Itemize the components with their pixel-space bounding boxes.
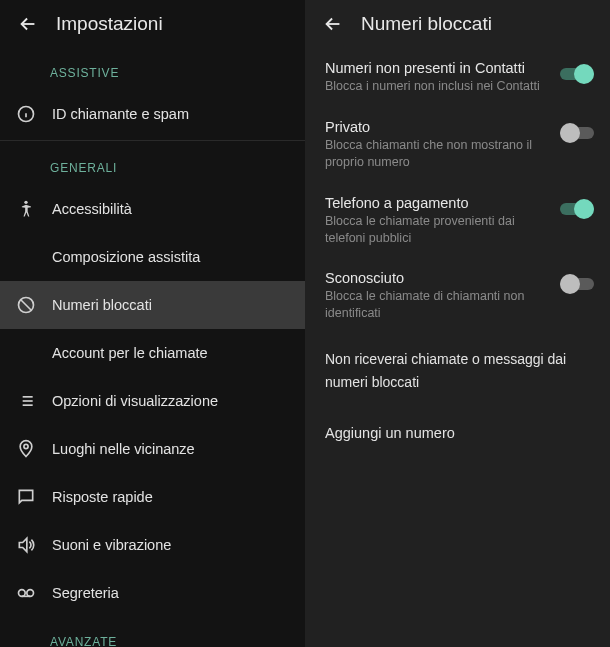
section-avanzate: AVANZATE [0, 617, 305, 647]
toggle-not-in-contacts[interactable]: Numeri non presenti in Contatti Blocca i… [305, 48, 610, 107]
item-label: Risposte rapide [52, 489, 153, 505]
item-voicemail[interactable]: Segreteria [0, 569, 305, 617]
blocked-info-text: Non riceverai chiamate o messaggi dai nu… [305, 334, 610, 407]
item-assisted-dialing[interactable]: Composizione assistita [0, 233, 305, 281]
add-number-action[interactable]: Aggiungi un numero [305, 407, 610, 459]
toggle-text: Telefono a pagamento Blocca le chiamate … [325, 195, 560, 247]
toggle-subtitle: Blocca i numeri non inclusi nei Contatti [325, 78, 550, 95]
toggle-title: Telefono a pagamento [325, 195, 550, 211]
toggle-title: Sconosciuto [325, 270, 550, 286]
item-display-options[interactable]: Opzioni di visualizzazione [0, 377, 305, 425]
switch-not-in-contacts[interactable] [560, 64, 594, 84]
blocked-header: Numeri bloccati [305, 0, 610, 48]
arrow-back-icon [322, 13, 344, 35]
toggle-subtitle: Blocca le chiamate di chiamanti non iden… [325, 288, 550, 322]
arrow-back-icon [17, 13, 39, 35]
settings-panel: Impostazioni ASSISTIVE ID chiamante e sp… [0, 0, 305, 647]
item-calling-accounts[interactable]: Account per le chiamate [0, 329, 305, 377]
accessibility-icon [14, 197, 38, 221]
voicemail-icon [14, 581, 38, 605]
switch-payphone[interactable] [560, 199, 594, 219]
section-assistive: ASSISTIVE [0, 48, 305, 90]
toggle-text: Sconosciuto Blocca le chiamate di chiama… [325, 270, 560, 322]
blocked-numbers-panel: Numeri bloccati Numeri non presenti in C… [305, 0, 610, 647]
empty-icon [14, 341, 38, 365]
toggle-subtitle: Blocca le chiamate provenienti dai telef… [325, 213, 550, 247]
item-accessibility[interactable]: Accessibilità [0, 185, 305, 233]
item-label: Luoghi nelle vicinanze [52, 441, 195, 457]
item-label: Accessibilità [52, 201, 132, 217]
section-generali: GENERALI [0, 143, 305, 185]
item-blocked-numbers[interactable]: Numeri bloccati [0, 281, 305, 329]
svg-point-12 [24, 444, 28, 448]
info-icon [14, 102, 38, 126]
toggle-text: Privato Blocca chiamanti che non mostran… [325, 119, 560, 171]
item-caller-id-spam[interactable]: ID chiamante e spam [0, 90, 305, 138]
item-label: Account per le chiamate [52, 345, 208, 361]
switch-private[interactable] [560, 123, 594, 143]
item-label: ID chiamante e spam [52, 106, 189, 122]
item-label: Opzioni di visualizzazione [52, 393, 218, 409]
toggle-private[interactable]: Privato Blocca chiamanti che non mostran… [305, 107, 610, 183]
item-label: Segreteria [52, 585, 119, 601]
svg-point-14 [19, 590, 26, 597]
toggle-payphone[interactable]: Telefono a pagamento Blocca le chiamate … [305, 183, 610, 259]
svg-point-15 [27, 590, 34, 597]
toggle-subtitle: Blocca chiamanti che non mostrano il pro… [325, 137, 550, 171]
item-label: Suoni e vibrazione [52, 537, 171, 553]
toggle-text: Numeri non presenti in Contatti Blocca i… [325, 60, 560, 95]
switch-unknown[interactable] [560, 274, 594, 294]
toggle-title: Privato [325, 119, 550, 135]
location-icon [14, 437, 38, 461]
item-label: Composizione assistita [52, 249, 200, 265]
item-quick-responses[interactable]: Risposte rapide [0, 473, 305, 521]
empty-icon [14, 245, 38, 269]
item-label: Numeri bloccati [52, 297, 152, 313]
item-sounds-vibration[interactable]: Suoni e vibrazione [0, 521, 305, 569]
list-icon [14, 389, 38, 413]
volume-icon [14, 533, 38, 557]
item-nearby-places[interactable]: Luoghi nelle vicinanze [0, 425, 305, 473]
settings-title: Impostazioni [56, 13, 163, 35]
svg-point-3 [24, 201, 27, 204]
toggle-unknown[interactable]: Sconosciuto Blocca le chiamate di chiama… [305, 258, 610, 334]
toggle-title: Numeri non presenti in Contatti [325, 60, 550, 76]
back-button[interactable] [10, 6, 46, 42]
svg-marker-13 [19, 538, 26, 551]
blocked-title: Numeri bloccati [361, 13, 492, 35]
message-icon [14, 485, 38, 509]
settings-header: Impostazioni [0, 0, 305, 48]
back-button[interactable] [315, 6, 351, 42]
block-icon [14, 293, 38, 317]
divider [0, 140, 305, 141]
svg-line-5 [21, 300, 31, 310]
